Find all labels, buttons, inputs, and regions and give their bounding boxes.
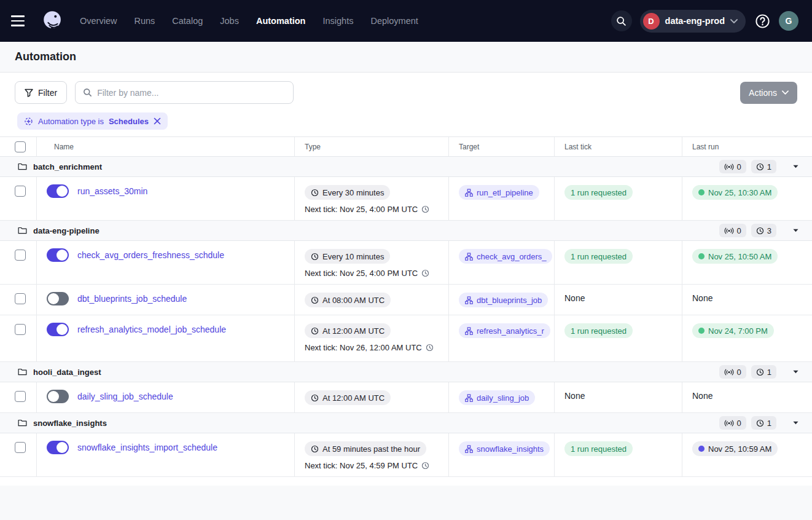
row-checkbox[interactable] <box>15 391 26 402</box>
last-run-chip[interactable]: Nov 25, 10:59 AM <box>692 441 778 456</box>
global-search-button[interactable] <box>611 10 632 31</box>
schedule-toggle[interactable] <box>47 184 69 198</box>
deployment-name: data-eng-prod <box>665 16 725 26</box>
next-tick-text: Next tick: Nov 25, 4:00 PM UTC <box>305 205 442 214</box>
group-name: batch_enrichment <box>33 162 102 171</box>
last-run-chip[interactable]: Nov 24, 7:00 PM <box>692 323 774 338</box>
group-collapse-button[interactable] <box>789 370 802 374</box>
column-header-name: Name <box>37 137 295 156</box>
group-row-batch-enrichment[interactable]: batch_enrichment 0 1 <box>0 157 812 177</box>
job-graph-icon <box>465 394 473 402</box>
schedule-count-badge[interactable]: 3 <box>751 224 776 237</box>
caret-down-icon <box>793 229 798 232</box>
clock-icon <box>756 419 764 427</box>
sensor-icon <box>724 163 734 170</box>
last-tick-chip[interactable]: 1 run requested <box>564 185 633 200</box>
last-tick-chip[interactable]: 1 run requested <box>564 441 633 456</box>
nav-item-catalog[interactable]: Catalog <box>172 16 203 26</box>
clock-icon <box>311 445 319 453</box>
target-chip[interactable]: check_avg_orders_ <box>459 249 552 264</box>
schedule-toggle[interactable] <box>47 441 69 454</box>
sensor-icon <box>724 227 734 234</box>
group-collapse-button[interactable] <box>789 229 802 232</box>
search-icon <box>616 16 627 26</box>
schedule-count-badge[interactable]: 1 <box>751 160 776 173</box>
run-success-dot <box>698 189 705 195</box>
job-graph-icon <box>465 189 473 197</box>
job-graph-icon <box>465 296 473 304</box>
target-chip[interactable]: refresh_analytics_r <box>459 323 550 338</box>
row-checkbox[interactable] <box>15 250 26 261</box>
last-run-chip[interactable]: Nov 25, 10:30 AM <box>692 185 778 200</box>
page-footer-area <box>0 486 812 520</box>
table-row: daily_sling_job_schedule At 12:00 AM UTC… <box>0 382 812 413</box>
nav-item-jobs[interactable]: Jobs <box>220 16 239 26</box>
user-avatar[interactable]: G <box>779 11 798 31</box>
row-checkbox[interactable] <box>15 293 26 304</box>
sensor-count-badge[interactable]: 0 <box>719 365 746 379</box>
schedule-name-link[interactable]: refresh_analytics_model_job_schedule <box>77 325 226 334</box>
deployment-switcher[interactable]: D data-eng-prod <box>640 10 746 33</box>
last-tick-chip[interactable]: 1 run requested <box>564 323 633 338</box>
nav-item-automation[interactable]: Automation <box>256 16 306 26</box>
folder-icon <box>18 368 27 376</box>
schedule-toggle[interactable] <box>47 323 69 336</box>
remove-filter-button[interactable] <box>154 117 161 125</box>
row-checkbox[interactable] <box>15 186 26 197</box>
nav-item-overview[interactable]: Overview <box>80 16 117 26</box>
help-button[interactable] <box>754 12 771 30</box>
actions-button[interactable]: Actions <box>740 82 797 104</box>
nav-item-runs[interactable]: Runs <box>134 16 155 26</box>
schedule-interval-chip: At 59 minutes past the hour <box>305 441 426 456</box>
target-chip[interactable]: daily_sling_job <box>459 390 535 405</box>
hamburger-menu-icon[interactable] <box>11 10 32 31</box>
target-chip[interactable]: dbt_blueprints_job <box>459 293 548 307</box>
sensor-count: 0 <box>737 419 741 428</box>
sensor-count-badge[interactable]: 0 <box>719 416 746 430</box>
automation-type-icon <box>24 117 33 126</box>
filter-chip-value: Schedules <box>109 117 149 126</box>
column-header-last-run: Last run <box>682 137 812 156</box>
name-filter-input[interactable] <box>97 88 286 98</box>
nav-item-insights[interactable]: Insights <box>322 16 353 26</box>
automation-type-filter-chip[interactable]: Automation type is Schedules <box>17 112 168 130</box>
schedule-toggle[interactable] <box>47 390 69 403</box>
row-checkbox[interactable] <box>15 442 26 453</box>
schedule-name-link[interactable]: check_avg_orders_freshness_schdule <box>77 250 224 260</box>
schedule-count-badge[interactable]: 1 <box>751 416 776 430</box>
group-row-snowflake-insights[interactable]: snowflake_insights 0 1 <box>0 413 812 433</box>
clock-icon <box>311 296 319 304</box>
nav-item-deployment[interactable]: Deployment <box>370 16 418 26</box>
folder-icon <box>18 419 27 427</box>
target-chip[interactable]: run_etl_pipeline <box>459 185 539 200</box>
schedule-name-link[interactable]: snowflake_insights_import_schedule <box>77 443 217 452</box>
group-row-data-eng-pipeline[interactable]: data-eng-pipeline 0 3 <box>0 221 812 241</box>
filter-button[interactable]: Filter <box>15 81 67 104</box>
schedule-toggle[interactable] <box>47 292 69 305</box>
clock-icon <box>311 189 319 197</box>
sensor-count-badge[interactable]: 0 <box>719 224 746 237</box>
group-name: data-eng-pipeline <box>33 226 100 235</box>
last-run-chip[interactable]: Nov 25, 10:50 AM <box>692 249 778 264</box>
target-chip[interactable]: snowflake_insights <box>459 441 550 456</box>
dagster-logo-icon[interactable] <box>39 7 66 34</box>
schedule-name-link[interactable]: daily_sling_job_schedule <box>77 392 173 401</box>
schedule-toggle[interactable] <box>47 248 69 262</box>
search-icon <box>83 88 92 97</box>
run-success-dot <box>698 328 705 334</box>
group-collapse-button[interactable] <box>789 421 802 425</box>
last-tick-chip[interactable]: 1 run requested <box>564 249 633 264</box>
select-all-checkbox[interactable] <box>15 141 26 152</box>
group-collapse-button[interactable] <box>789 165 802 168</box>
schedule-name-link[interactable]: dbt_blueprints_job_schedule <box>77 294 187 304</box>
schedule-name-link[interactable]: run_assets_30min <box>77 186 147 196</box>
schedule-count-badge[interactable]: 1 <box>751 365 776 379</box>
column-header-target: Target <box>449 137 555 156</box>
sensor-count-badge[interactable]: 0 <box>719 160 746 173</box>
next-tick-text: Next tick: Nov 26, 12:00 AM UTC <box>305 343 442 352</box>
last-tick-none: None <box>564 391 585 401</box>
help-icon <box>754 13 771 30</box>
row-checkbox[interactable] <box>15 324 26 335</box>
group-row-hooli-data-ingest[interactable]: hooli_data_ingest 0 1 <box>0 362 812 382</box>
next-tick-text: Next tick: Nov 25, 4:59 PM UTC <box>305 461 442 470</box>
